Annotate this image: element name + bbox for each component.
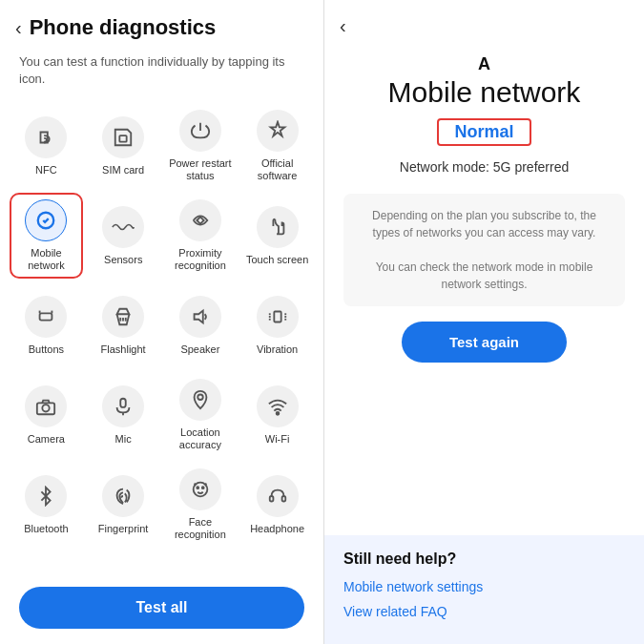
headphone-icon bbox=[257, 475, 299, 517]
right-panel: ‹ A Mobile network Normal Network mode: … bbox=[324, 0, 644, 644]
svg-rect-0 bbox=[119, 135, 126, 141]
status-badge: Normal bbox=[437, 118, 530, 146]
mic-label: Mic bbox=[115, 433, 132, 446]
grid-item-headphone[interactable]: Headphone bbox=[240, 462, 314, 548]
speaker-icon bbox=[179, 296, 221, 338]
svg-rect-19 bbox=[120, 399, 126, 407]
grid-row: CameraMicLocation accuracyWi-Fi bbox=[8, 370, 316, 460]
right-header: ‹ bbox=[324, 0, 644, 45]
diagnostics-grid: NFCSIM cardPower restart statusOfficial … bbox=[0, 101, 323, 577]
vibration-icon bbox=[257, 296, 299, 338]
svg-point-18 bbox=[43, 405, 50, 411]
mobile-icon bbox=[25, 199, 67, 241]
left-panel: ‹ Phone diagnostics You can test a funct… bbox=[0, 0, 324, 644]
power-label: Power restart status bbox=[164, 157, 238, 182]
official-label: Official software bbox=[240, 157, 314, 182]
grid-item-face[interactable]: Face recognition bbox=[164, 462, 238, 548]
svg-rect-2 bbox=[40, 313, 52, 320]
svg-rect-26 bbox=[269, 496, 273, 502]
svg-point-25 bbox=[202, 487, 204, 488]
grid-item-power[interactable]: Power restart status bbox=[164, 103, 238, 189]
grid-item-location[interactable]: Location accuracy bbox=[164, 372, 238, 458]
proximity-label: Proximity recognition bbox=[164, 247, 238, 272]
info-box: Depending on the plan you subscribe to, … bbox=[343, 194, 625, 306]
svg-marker-5 bbox=[117, 309, 130, 315]
proximity-icon bbox=[179, 199, 221, 241]
flashlight-icon bbox=[102, 296, 144, 338]
sim-label: SIM card bbox=[102, 164, 144, 177]
right-content: A Mobile network Normal Network mode: 5G… bbox=[324, 45, 644, 535]
grid-item-bluetooth[interactable]: Bluetooth bbox=[10, 462, 83, 548]
svg-rect-27 bbox=[281, 496, 285, 502]
info-text: Depending on the plan you subscribe to, … bbox=[372, 209, 596, 291]
grid-item-proximity[interactable]: Proximity recognition bbox=[164, 193, 238, 279]
grid-item-camera[interactable]: Camera bbox=[10, 372, 83, 458]
grid-item-buttons[interactable]: Buttons bbox=[10, 282, 83, 368]
bluetooth-label: Bluetooth bbox=[24, 523, 68, 535]
fingerprint-icon bbox=[102, 475, 144, 517]
network-title: Mobile network bbox=[388, 76, 581, 109]
status-text: Normal bbox=[454, 122, 513, 141]
brand-letter: A bbox=[478, 54, 490, 74]
vibration-label: Vibration bbox=[257, 343, 298, 356]
grid-row: BluetoothFingerprintFace recognitionHead… bbox=[8, 460, 316, 550]
svg-point-21 bbox=[197, 395, 203, 401]
svg-point-22 bbox=[276, 412, 279, 415]
left-header: ‹ Phone diagnostics bbox=[0, 0, 323, 48]
grid-item-touch[interactable]: Touch screen bbox=[240, 193, 314, 279]
test-again-button[interactable]: Test again bbox=[402, 322, 567, 363]
sensors-label: Sensors bbox=[104, 254, 142, 266]
camera-icon bbox=[25, 385, 67, 427]
buttons-label: Buttons bbox=[29, 343, 64, 356]
grid-item-sim[interactable]: SIM card bbox=[87, 103, 160, 189]
grid-row: NFCSIM cardPower restart statusOfficial … bbox=[8, 101, 316, 191]
grid-row: ButtonsFlashlightSpeakerVibration bbox=[8, 280, 316, 370]
wifi-label: Wi-Fi bbox=[265, 433, 290, 446]
grid-item-speaker[interactable]: Speaker bbox=[164, 282, 238, 368]
face-icon bbox=[179, 468, 221, 510]
grid-item-official[interactable]: Official software bbox=[240, 103, 314, 189]
flashlight-label: Flashlight bbox=[101, 343, 146, 356]
touch-label: Touch screen bbox=[246, 254, 308, 266]
help-section: Still need help? Mobile network settings… bbox=[324, 535, 644, 644]
grid-item-sensors[interactable]: Sensors bbox=[87, 193, 160, 279]
touch-icon bbox=[257, 206, 299, 248]
grid-item-nfc[interactable]: NFC bbox=[10, 103, 83, 189]
grid-item-wifi[interactable]: Wi-Fi bbox=[240, 372, 314, 458]
page-title: Phone diagnostics bbox=[30, 15, 217, 40]
buttons-icon bbox=[25, 296, 67, 338]
view-faq-link[interactable]: View related FAQ bbox=[343, 604, 625, 619]
grid-item-flashlight[interactable]: Flashlight bbox=[87, 282, 160, 368]
grid-row: Mobile networkSensorsProximity recogniti… bbox=[8, 191, 316, 280]
right-back-button[interactable]: ‹ bbox=[340, 15, 346, 37]
network-mode-text: Network mode: 5G preferred bbox=[400, 159, 569, 175]
mic-icon bbox=[102, 385, 144, 427]
nfc-icon bbox=[25, 116, 67, 158]
mobile-network-settings-link[interactable]: Mobile network settings bbox=[343, 579, 625, 594]
back-button[interactable]: ‹ bbox=[15, 17, 22, 39]
grid-item-vibration[interactable]: Vibration bbox=[240, 282, 314, 368]
mobile-label: Mobile network bbox=[11, 247, 81, 272]
description-text: You can test a function individually by … bbox=[0, 48, 323, 101]
speaker-label: Speaker bbox=[180, 343, 219, 356]
sim-icon bbox=[102, 116, 144, 158]
test-all-button[interactable]: Test all bbox=[19, 587, 304, 629]
location-icon bbox=[179, 379, 221, 421]
power-icon bbox=[179, 110, 221, 152]
headphone-label: Headphone bbox=[250, 523, 304, 535]
svg-point-24 bbox=[197, 487, 198, 488]
nfc-label: NFC bbox=[35, 164, 57, 177]
official-icon bbox=[257, 110, 299, 152]
help-title: Still need help? bbox=[343, 551, 625, 568]
fingerprint-label: Fingerprint bbox=[98, 523, 149, 535]
grid-item-mic[interactable]: Mic bbox=[87, 372, 160, 458]
svg-rect-10 bbox=[274, 311, 280, 322]
face-label: Face recognition bbox=[164, 516, 238, 541]
grid-item-mobile[interactable]: Mobile network bbox=[10, 193, 83, 279]
location-label: Location accuracy bbox=[164, 426, 238, 451]
bluetooth-icon bbox=[25, 475, 67, 517]
grid-item-fingerprint[interactable]: Fingerprint bbox=[87, 462, 160, 548]
wifi-icon bbox=[257, 385, 299, 427]
sensors-icon bbox=[102, 206, 144, 248]
svg-marker-9 bbox=[194, 310, 202, 322]
